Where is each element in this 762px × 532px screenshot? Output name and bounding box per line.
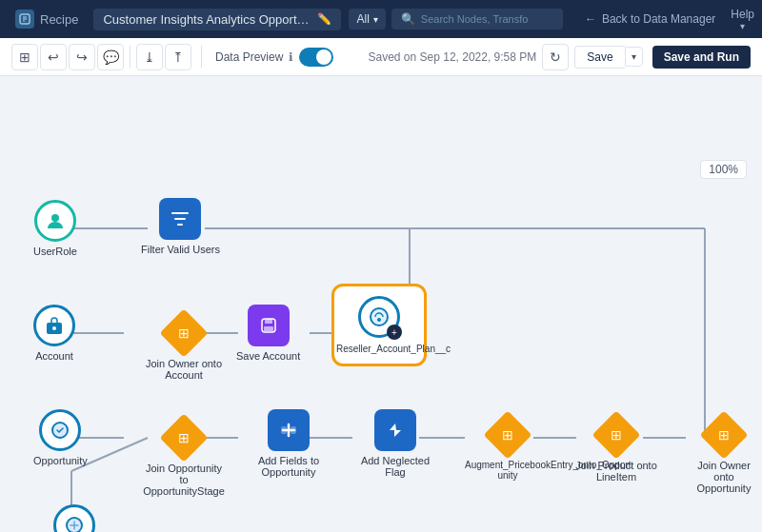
back-to-data-manager-button[interactable]: ← Back to Data Manager xyxy=(577,9,723,30)
add-fields-label: Add Fields to Opportunity xyxy=(246,455,331,478)
refresh-button[interactable]: ↻ xyxy=(542,44,569,70)
recipe-tab[interactable]: Recipe xyxy=(8,10,86,29)
node-augment-price[interactable]: ⊞ Augment_PricebookEntry_onto_Opport uni… xyxy=(465,414,551,481)
toggle-knob xyxy=(316,49,331,65)
comment-button[interactable]: 💬 xyxy=(97,44,124,70)
node-userrole[interactable]: UserRole xyxy=(33,200,77,257)
redo-button[interactable]: ↪ xyxy=(69,44,95,70)
node-opportunity[interactable]: Opportunity xyxy=(33,409,88,466)
reseller-label: Reseller_Account_Plan__c xyxy=(336,344,422,354)
refresh-icon: ↻ xyxy=(550,49,561,65)
search-placeholder-text: Search Nodes, Transfo xyxy=(421,13,529,25)
opp-stage-icon xyxy=(53,504,95,532)
augment-price-label: Augment_PricebookEntry_onto_Opport unity xyxy=(465,460,551,481)
svg-point-26 xyxy=(377,318,381,322)
recipe-label: Recipe xyxy=(40,12,78,27)
upload-icon: ⤒ xyxy=(172,49,184,65)
download-icon: ⤓ xyxy=(144,49,155,65)
node-reseller[interactable]: + Reseller_Account_Plan__c xyxy=(331,284,427,366)
add-neglected-icon xyxy=(374,409,416,451)
toolbar-divider-1 xyxy=(130,46,130,69)
userrole-icon xyxy=(34,200,76,242)
recipe-title: Customer Insights Analytics Opportunity … xyxy=(93,9,341,30)
back-arrow-icon: ← xyxy=(585,12,596,26)
add-node-icon: ⊞ xyxy=(19,49,30,65)
zoom-text: 100% xyxy=(709,163,738,176)
join-opp-stage-icon: ⊞ xyxy=(163,417,205,459)
account-label: Account xyxy=(35,350,73,362)
undo-button[interactable]: ↩ xyxy=(40,44,67,70)
search-icon: 🔍 xyxy=(401,12,415,26)
recipe-title-text: Customer Insights Analytics Opportunity … xyxy=(103,12,311,27)
info-icon: ℹ xyxy=(289,50,293,64)
saved-timestamp: Saved on Sep 12, 2022, 9:58 PM xyxy=(368,50,536,64)
search-box[interactable]: 🔍 Search Nodes, Transfo xyxy=(391,9,563,30)
join-opp-stage-label: Join Opportunity to OpportunityStage xyxy=(141,463,227,497)
comment-icon: 💬 xyxy=(103,49,119,65)
filter-label: All xyxy=(356,12,369,26)
svg-rect-29 xyxy=(291,426,296,434)
filter-select[interactable]: All ▾ xyxy=(349,9,385,30)
svg-rect-28 xyxy=(281,426,287,434)
nav-right: ← Back to Data Manager Help ▾ xyxy=(577,8,754,31)
add-fields-icon xyxy=(268,409,310,451)
edit-icon[interactable]: ✏️ xyxy=(317,12,331,26)
svg-point-21 xyxy=(52,326,56,330)
flow-canvas: UserRole Filter Valid Users Account ⊞ Jo… xyxy=(0,76,762,532)
join-owner-opp-icon: ⊞ xyxy=(703,414,745,456)
join-owner-label: Join Owner onto Account xyxy=(141,358,227,381)
opportunity-icon xyxy=(39,409,81,451)
save-dropdown-button[interactable]: ▾ xyxy=(625,47,643,67)
svg-rect-23 xyxy=(265,319,272,324)
help-button[interactable]: Help ▾ xyxy=(731,8,754,31)
save-button-group: Save ▾ xyxy=(574,46,642,69)
node-opp-stage[interactable]: OpportunityStage xyxy=(33,504,115,532)
node-join-opp-stage[interactable]: ⊞ Join Opportunity to OpportunityStage xyxy=(141,417,227,497)
node-join-owner[interactable]: ⊞ Join Owner onto Account xyxy=(141,312,227,381)
augment-price-icon: ⊞ xyxy=(487,414,529,456)
join-owner-opp-label: Join Owner onto Opportunity xyxy=(686,460,762,494)
toolbar: ⊞ ↩ ↪ 💬 ⤓ ⤒ Data Preview ℹ Saved on Sep … xyxy=(0,38,762,76)
recipe-icon xyxy=(15,10,34,29)
data-preview-label: Data Preview xyxy=(215,50,283,64)
search-area: All ▾ 🔍 Search Nodes, Transfo xyxy=(349,9,562,30)
help-dropdown-icon: ▾ xyxy=(740,21,745,31)
add-icon: + xyxy=(387,325,402,340)
save-and-run-button[interactable]: Save and Run xyxy=(652,46,751,69)
join-product-label: Join Product onto LineItem xyxy=(573,460,659,483)
toolbar-group-left: ⊞ ↩ ↪ 💬 ⤓ ⤒ xyxy=(11,44,191,70)
save-caret-icon: ▾ xyxy=(632,51,636,62)
redo-icon: ↪ xyxy=(76,49,88,65)
save-button[interactable]: Save xyxy=(574,46,624,69)
opportunity-label: Opportunity xyxy=(33,455,88,466)
help-label: Help xyxy=(731,8,754,21)
upload-button[interactable]: ⤒ xyxy=(165,44,191,70)
node-add-neglected[interactable]: Add Neglected Flag xyxy=(352,409,438,478)
join-owner-icon: ⊞ xyxy=(163,312,205,354)
userrole-label: UserRole xyxy=(33,246,77,257)
node-join-owner-opp[interactable]: ⊞ Join Owner onto Opportunity xyxy=(686,414,762,494)
download-button[interactable]: ⤓ xyxy=(136,44,163,70)
filter-valid-users-icon xyxy=(159,198,201,240)
node-save-account[interactable]: Save Account xyxy=(236,305,300,362)
add-neglected-label: Add Neglected Flag xyxy=(352,455,438,478)
svg-point-19 xyxy=(51,214,59,222)
save-account-label: Save Account xyxy=(236,350,300,362)
add-node-button[interactable]: ⊞ xyxy=(11,44,38,70)
node-filter-valid-users[interactable]: Filter Valid Users xyxy=(141,198,220,255)
join-product-icon: ⊞ xyxy=(595,414,637,456)
svg-point-25 xyxy=(371,308,388,325)
account-icon xyxy=(33,305,75,346)
data-preview-toggle[interactable] xyxy=(299,48,333,67)
filter-valid-users-label: Filter Valid Users xyxy=(141,244,220,255)
toolbar-divider-2 xyxy=(201,46,202,69)
save-account-icon xyxy=(248,305,290,346)
node-add-fields[interactable]: Add Fields to Opportunity xyxy=(246,409,331,478)
undo-icon: ↩ xyxy=(48,49,59,65)
node-account[interactable]: Account xyxy=(33,305,75,362)
zoom-level: 100% xyxy=(700,160,747,179)
node-join-product[interactable]: ⊞ Join Product onto LineItem xyxy=(573,414,659,483)
filter-dropdown-icon: ▾ xyxy=(373,14,378,25)
svg-rect-24 xyxy=(264,326,273,331)
back-label: Back to Data Manager xyxy=(602,12,715,26)
